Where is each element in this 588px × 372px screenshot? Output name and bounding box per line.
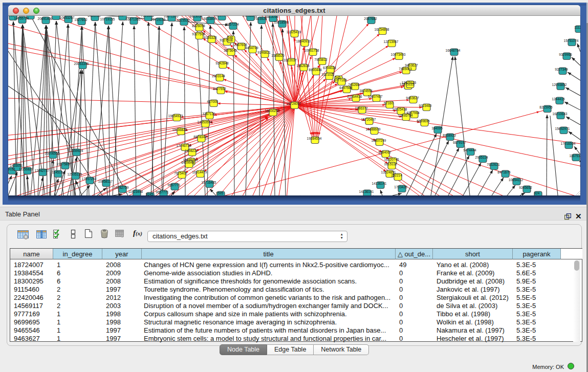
svg-text:1733426: 1733426 (394, 185, 407, 189)
svg-text:164095: 164095 (431, 126, 443, 130)
svg-text:1562615: 1562615 (296, 64, 310, 68)
svg-text:8813054: 8813054 (265, 16, 278, 18)
svg-text:9329966: 9329966 (559, 53, 572, 56)
svg-text:19166825: 19166825 (172, 128, 187, 132)
svg-text:9657771: 9657771 (167, 183, 181, 187)
svg-text:62160: 62160 (384, 101, 393, 105)
svg-text:9146821: 9146821 (257, 51, 271, 54)
svg-text:7625402: 7625402 (174, 171, 187, 175)
svg-text:6794028: 6794028 (323, 66, 336, 70)
svg-text:10654112: 10654112 (509, 178, 524, 182)
svg-text:8813054: 8813054 (189, 16, 203, 18)
svg-text:9242848: 9242848 (215, 61, 229, 65)
svg-text:14136141: 14136141 (359, 190, 374, 193)
svg-text:10958117: 10958117 (98, 180, 113, 183)
svg-text:16154808: 16154808 (375, 28, 389, 31)
svg-text:9115460: 9115460 (419, 104, 432, 107)
svg-text:15720407: 15720407 (361, 118, 376, 121)
svg-text:16033809: 16033809 (202, 17, 217, 20)
svg-text:8427552: 8427552 (213, 87, 226, 91)
svg-text:12942737: 12942737 (35, 169, 50, 172)
svg-text:8186328: 8186328 (204, 36, 217, 39)
svg-text:116753: 116753 (569, 154, 580, 158)
svg-text:1588520: 1588520 (271, 54, 285, 57)
svg-text:20691406: 20691406 (38, 17, 53, 20)
svg-text:19654923: 19654923 (168, 114, 183, 118)
svg-text:8813054: 8813054 (214, 16, 227, 17)
svg-text:12505135: 12505135 (68, 172, 82, 176)
svg-text:2935114: 2935114 (475, 156, 488, 159)
svg-text:19218506: 19218506 (274, 20, 289, 24)
svg-text:8471676: 8471676 (497, 170, 511, 174)
svg-text:8215955: 8215955 (539, 105, 553, 109)
svg-text:924: 924 (534, 191, 540, 195)
svg-text:6466160: 6466160 (88, 16, 101, 17)
svg-text:252214: 252214 (391, 173, 402, 177)
svg-text:114519: 114519 (52, 170, 63, 174)
svg-text:9357964: 9357964 (406, 111, 420, 115)
svg-text:18807249: 18807249 (372, 139, 386, 142)
svg-text:10961758: 10961758 (304, 49, 319, 52)
svg-text:17957253: 17957253 (82, 177, 97, 181)
svg-text:17359924: 17359924 (69, 149, 83, 152)
svg-text:21364436: 21364436 (347, 95, 362, 98)
svg-text:417006: 417006 (207, 100, 218, 103)
svg-text:7515526: 7515526 (177, 18, 190, 22)
svg-text:10653267: 10653267 (60, 16, 75, 19)
svg-text:18640910: 18640910 (296, 39, 311, 43)
svg-text:16671355: 16671355 (126, 17, 141, 21)
svg-text:19384554: 19384554 (307, 137, 322, 140)
svg-text:8454749: 8454749 (245, 46, 258, 50)
svg-text:1667: 1667 (118, 16, 126, 17)
svg-text:6679197: 6679197 (453, 141, 466, 144)
svg-text:2087682: 2087682 (364, 17, 377, 20)
svg-text:1498222: 1498222 (185, 149, 198, 152)
svg-text:9884067: 9884067 (378, 150, 391, 154)
svg-text:9657771: 9657771 (156, 190, 169, 194)
svg-text:18300295: 18300295 (265, 109, 280, 113)
svg-text:16671355: 16671355 (164, 16, 179, 18)
svg-text:3824554: 3824554 (359, 89, 373, 93)
svg-text:9463627: 9463627 (405, 63, 418, 67)
svg-text:18724007: 18724007 (287, 102, 301, 105)
svg-text:3322037: 3322037 (284, 58, 297, 62)
svg-text:11156829: 11156829 (19, 167, 33, 171)
svg-text:7386372: 7386372 (355, 106, 368, 110)
svg-text:15692971: 15692971 (555, 127, 570, 130)
svg-text:20053346: 20053346 (74, 62, 89, 65)
svg-text:7515526: 7515526 (141, 16, 154, 17)
svg-text:14136141: 14136141 (372, 182, 387, 185)
svg-text:19975857: 19975857 (57, 162, 72, 166)
svg-text:9327508: 9327508 (192, 32, 205, 36)
svg-text:16914479: 16914479 (192, 170, 207, 174)
svg-text:17016504: 17016504 (561, 142, 576, 145)
svg-text:39151: 39151 (8, 167, 15, 171)
svg-text:546: 546 (228, 36, 233, 39)
svg-text:15716485: 15716485 (202, 181, 216, 184)
svg-text:16782759: 16782759 (114, 186, 129, 189)
svg-text:8990448: 8990448 (309, 68, 322, 72)
svg-text:6497568: 6497568 (339, 86, 353, 90)
svg-text:7632621: 7632621 (487, 163, 500, 166)
svg-text:9463627: 9463627 (406, 96, 419, 100)
svg-text:17046738: 17046738 (177, 144, 191, 147)
svg-text:1065: 1065 (52, 16, 59, 16)
svg-text:12093852: 12093852 (552, 83, 567, 86)
svg-text:9474444: 9474444 (463, 148, 476, 152)
svg-text:1595: 1595 (216, 191, 224, 195)
svg-text:16648784: 16648784 (446, 49, 461, 52)
svg-text:10973493: 10973493 (391, 53, 406, 56)
svg-text:7357224: 7357224 (226, 23, 239, 26)
svg-text:6899695: 6899695 (417, 119, 430, 123)
svg-text:10719155: 10719155 (100, 17, 115, 21)
svg-text:6409948: 6409948 (181, 161, 194, 164)
svg-text:10807487: 10807487 (368, 95, 383, 98)
svg-text:16210643: 16210643 (553, 112, 568, 116)
svg-text:7955812: 7955812 (314, 58, 328, 61)
svg-text:3875645: 3875645 (224, 49, 237, 52)
svg-text:14055724: 14055724 (14, 16, 29, 20)
svg-text:1244415: 1244415 (552, 97, 565, 101)
svg-text:16120746: 16120746 (384, 158, 399, 161)
svg-text:8938923: 8938923 (443, 134, 456, 137)
svg-text:10688609: 10688609 (366, 127, 381, 131)
